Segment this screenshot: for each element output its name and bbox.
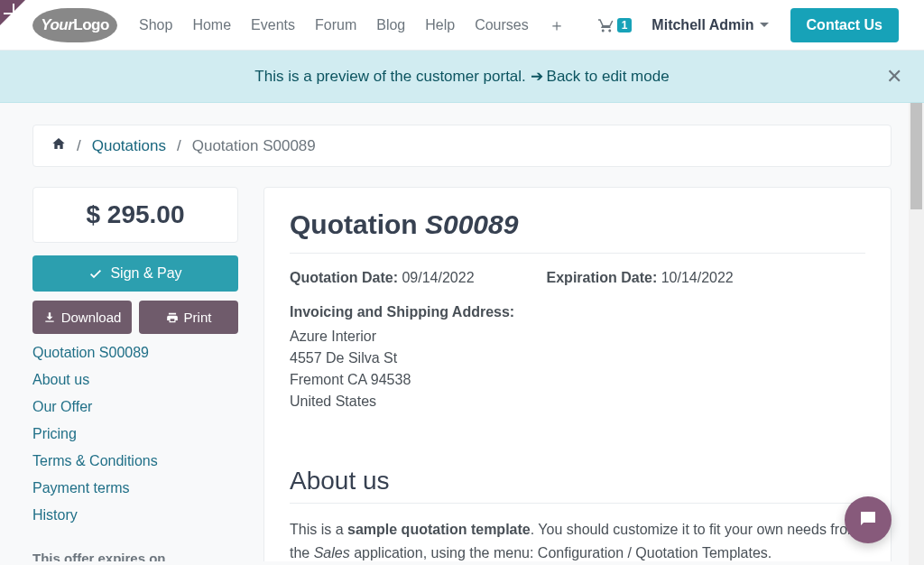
nav-links: Shop Home Events Forum Blog Help Courses… [139,14,565,36]
toc-payment[interactable]: Payment terms [32,475,238,502]
nav-shop[interactable]: Shop [139,17,172,33]
price-card: $ 295.00 [32,187,238,243]
breadcrumb-home[interactable] [51,136,66,155]
toc-history[interactable]: History [32,502,238,529]
print-icon [166,311,179,324]
print-button[interactable]: Print [139,301,238,334]
address-block: Azure Interior 4557 De Silva St Fremont … [290,326,865,412]
chat-fab[interactable] [845,496,892,543]
toc-pricing[interactable]: Pricing [32,421,238,448]
chat-icon [857,508,879,533]
about-paragraph-1: This is a sample quotation template. You… [290,518,865,561]
preview-banner: This is a preview of the customer portal… [0,51,924,103]
site-logo[interactable]: YourLogo [32,8,117,42]
back-to-edit-link[interactable]: ➔Back to edit mode [531,68,670,85]
toc-about[interactable]: About us [32,366,238,394]
nav-events[interactable]: Events [251,17,295,33]
download-icon [43,311,56,324]
nav-home[interactable]: Home [192,17,231,33]
sign-and-pay-button[interactable]: Sign & Pay [32,255,238,292]
nav-help[interactable]: Help [425,17,455,33]
expire-label: This offer expires on [32,551,238,561]
cart-count-badge: 1 [617,18,633,32]
breadcrumb-current: Quotation S00089 [192,137,316,155]
expiration-date: Expiration Date: 10/14/2022 [547,270,734,286]
preview-text: This is a preview of the customer portal… [254,68,530,85]
quotation-date: Quotation Date: 09/14/2022 [290,270,475,286]
doc-title: Quotation S00089 [290,209,865,240]
total-price: $ 295.00 [50,200,221,229]
breadcrumb-quotations[interactable]: Quotations [92,137,166,155]
toc: Quotation S00089 About us Our Offer Pric… [32,334,238,534]
nav-courses[interactable]: Courses [475,17,529,33]
close-icon[interactable]: ✕ [886,65,902,88]
home-icon [51,137,66,154]
breadcrumb: / Quotations / Quotation S00089 [32,125,892,167]
cart-icon [597,17,615,33]
user-menu[interactable]: Mitchell Admin [651,17,768,33]
edit-corner-tab[interactable] [0,0,25,25]
toc-terms[interactable]: Terms & Conditions [32,448,238,475]
breadcrumb-sep: / [77,137,81,155]
download-button[interactable]: Download [32,301,132,334]
contact-us-button[interactable]: Contact Us [790,8,899,42]
nav-forum[interactable]: Forum [315,17,356,33]
breadcrumb-sep: / [177,137,181,155]
top-navbar: YourLogo Shop Home Events Forum Blog Hel… [0,0,924,51]
about-us-heading: About us [290,467,865,496]
address-heading: Invoicing and Shipping Address: [290,304,865,320]
quotation-document: Quotation S00089 Quotation Date: 09/14/2… [263,187,892,561]
add-menu-icon[interactable]: ＋ [549,14,565,36]
caret-down-icon [760,23,769,27]
check-icon [88,266,103,281]
nav-blog[interactable]: Blog [376,17,405,33]
cart-button[interactable]: 1 [597,17,633,33]
toc-offer[interactable]: Our Offer [32,394,238,421]
arrow-right-icon: ➔ [531,67,543,86]
toc-quotation[interactable]: Quotation S00089 [32,339,238,366]
user-name: Mitchell Admin [651,17,753,33]
